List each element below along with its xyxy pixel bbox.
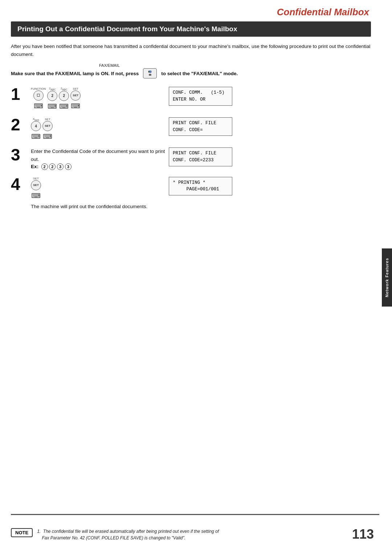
sidebar-tab-label: Network Features bbox=[385, 258, 389, 297]
step-1-row: 1 FUNCTION ☐ ⌨ 2ABC 2 ⌨ bbox=[11, 85, 371, 110]
step-4-number: 4 bbox=[11, 176, 31, 193]
note-section: NOTE 1. The confidential file will be er… bbox=[11, 528, 372, 541]
page-number: 113 bbox=[352, 527, 374, 542]
page-title: Confidential Mailbox bbox=[11, 7, 371, 18]
step-3-row: 3 Enter the Confidential Code of the doc… bbox=[11, 146, 371, 170]
section-heading: Printing Out a Confidential Document fro… bbox=[11, 21, 371, 37]
step-3-number: 3 bbox=[11, 146, 31, 163]
2abc-button-1-icon: 2ABC 2 ⌨ bbox=[47, 87, 57, 110]
after-step4-text: The machine will print out the confident… bbox=[31, 203, 371, 211]
step-3-lcd: PRINT CONF. FILECONF. CODE=2233 bbox=[169, 146, 371, 166]
step-2-row: 2 4GHI 4 ⌨ SET SET ⌨ bbox=[11, 116, 371, 141]
step-1-number: 1 bbox=[11, 86, 31, 102]
set-button-1-icon: SET SET ⌨ bbox=[70, 87, 81, 110]
faxemail-button-icon: 📭✉ bbox=[143, 68, 157, 78]
step-1-buttons: FUNCTION ☐ ⌨ 2ABC 2 ⌨ 2ABC 2 ⌨ bbox=[31, 85, 169, 110]
network-features-sidebar-tab: Network Features bbox=[382, 248, 392, 307]
step-2-buttons: 4GHI 4 ⌨ SET SET ⌨ bbox=[31, 116, 169, 141]
faxemail-above-label: FAX/EMAIL bbox=[99, 63, 120, 68]
step-1-lcd: CONF. COMM. (1-5)ENTER NO. OR bbox=[169, 85, 371, 106]
2abc-button-2-icon: 2ABC 2 ⌨ bbox=[59, 87, 69, 110]
set-button-3-icon: SET SET ⌨ bbox=[31, 177, 41, 200]
steps-container: 1 FUNCTION ☐ ⌨ 2ABC 2 ⌨ bbox=[11, 85, 371, 214]
make-sure-instruction: Make sure that the FAX/EMAIL lamp is ON.… bbox=[11, 68, 371, 78]
step-4-buttons: SET SET ⌨ bbox=[31, 175, 169, 200]
function-button-icon: FUNCTION ☐ ⌨ bbox=[31, 87, 46, 110]
bottom-rule bbox=[11, 514, 379, 515]
note-text: 1. The confidential file will be erased … bbox=[37, 528, 219, 541]
intro-paragraph: After you have been notified that someon… bbox=[11, 42, 371, 58]
step-4-lcd: * PRINTING * PAGE=001/001 bbox=[169, 175, 371, 196]
4ghi-button-icon: 4GHI 4 ⌨ bbox=[31, 117, 41, 141]
step-2-number: 2 bbox=[11, 116, 31, 133]
note-label: NOTE bbox=[11, 528, 33, 537]
step-4-row: 4 SET SET ⌨ * PRINTING * PAGE=001/001 bbox=[11, 175, 371, 200]
step-2-lcd: PRINT CONF. FILECONF. CODE= bbox=[169, 116, 371, 136]
set-button-2-icon: SET SET ⌨ bbox=[42, 118, 53, 141]
step-3-text: Enter the Confidential Code of the docum… bbox=[31, 146, 169, 170]
